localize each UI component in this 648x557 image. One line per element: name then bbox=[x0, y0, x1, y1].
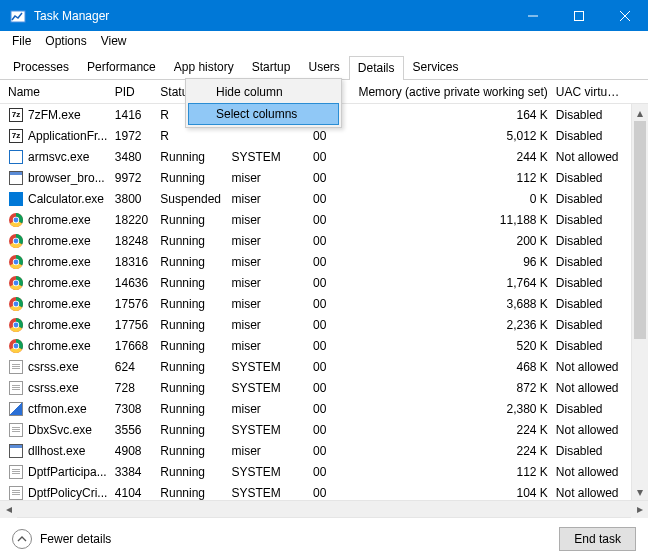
menu-file[interactable]: File bbox=[6, 33, 37, 51]
tab-processes[interactable]: Processes bbox=[4, 55, 78, 79]
process-icon bbox=[8, 359, 24, 375]
process-pid: 18248 bbox=[115, 234, 161, 248]
tab-details[interactable]: Details bbox=[349, 56, 404, 80]
process-status: Running bbox=[160, 465, 231, 479]
process-status: R bbox=[160, 129, 231, 143]
process-cpu: 00 bbox=[299, 297, 335, 311]
close-button[interactable] bbox=[602, 0, 648, 31]
process-cpu: 00 bbox=[299, 360, 335, 374]
process-uac: Disabled bbox=[556, 402, 631, 416]
process-user: miser bbox=[232, 318, 299, 332]
process-uac: Disabled bbox=[556, 276, 631, 290]
process-icon: 7z bbox=[8, 107, 24, 123]
process-user: SYSTEM bbox=[232, 150, 299, 164]
table-row[interactable]: DptfPolicyCri...4104RunningSYSTEM00104 K… bbox=[0, 482, 631, 500]
process-status: Running bbox=[160, 234, 231, 248]
process-pid: 1972 bbox=[115, 129, 161, 143]
svg-rect-0 bbox=[11, 11, 25, 22]
process-list[interactable]: 7z7zFM.exe1416R00164 KDisabled7zApplicat… bbox=[0, 104, 648, 500]
scroll-left-button[interactable]: ◂ bbox=[0, 501, 17, 518]
table-row[interactable]: chrome.exe17756Runningmiser002,236 KDisa… bbox=[0, 314, 631, 335]
tab-app-history[interactable]: App history bbox=[165, 55, 243, 79]
process-pid: 728 bbox=[115, 381, 161, 395]
process-uac: Not allowed bbox=[556, 150, 631, 164]
process-icon bbox=[8, 464, 24, 480]
tab-services[interactable]: Services bbox=[404, 55, 468, 79]
table-row[interactable]: chrome.exe17576Runningmiser003,688 KDisa… bbox=[0, 293, 631, 314]
end-task-button[interactable]: End task bbox=[559, 527, 636, 551]
menu-hide-column[interactable]: Hide column bbox=[188, 81, 339, 103]
fewer-details-toggle[interactable]: Fewer details bbox=[12, 529, 111, 549]
process-user: miser bbox=[232, 402, 299, 416]
process-icon bbox=[8, 401, 24, 417]
process-cpu: 00 bbox=[299, 276, 335, 290]
process-memory: 200 K bbox=[334, 234, 555, 248]
maximize-button[interactable] bbox=[556, 0, 602, 31]
table-row[interactable]: DbxSvc.exe3556RunningSYSTEM00224 KNot al… bbox=[0, 419, 631, 440]
process-icon bbox=[8, 485, 24, 501]
titlebar[interactable]: Task Manager bbox=[0, 0, 648, 31]
table-row[interactable]: chrome.exe17668Runningmiser00520 KDisabl… bbox=[0, 335, 631, 356]
process-memory: 520 K bbox=[334, 339, 555, 353]
tab-performance[interactable]: Performance bbox=[78, 55, 165, 79]
process-user: SYSTEM bbox=[232, 423, 299, 437]
header-memory[interactable]: Memory (active private working set) bbox=[334, 85, 555, 99]
process-pid: 1416 bbox=[115, 108, 161, 122]
process-user: miser bbox=[232, 192, 299, 206]
table-row[interactable]: 7zApplicationFr...1972R005,012 KDisabled bbox=[0, 125, 631, 146]
table-row[interactable]: armsvc.exe3480RunningSYSTEM00244 KNot al… bbox=[0, 146, 631, 167]
table-row[interactable]: DptfParticipa...3384RunningSYSTEM00112 K… bbox=[0, 461, 631, 482]
tab-users[interactable]: Users bbox=[299, 55, 348, 79]
horizontal-scrollbar[interactable]: ◂ ▸ bbox=[0, 500, 648, 517]
process-name: DbxSvc.exe bbox=[28, 423, 92, 437]
menu-select-columns[interactable]: Select columns bbox=[188, 103, 339, 125]
process-status: Running bbox=[160, 255, 231, 269]
scroll-down-button[interactable]: ▾ bbox=[632, 483, 648, 500]
table-row[interactable]: csrss.exe624RunningSYSTEM00468 KNot allo… bbox=[0, 356, 631, 377]
process-cpu: 00 bbox=[299, 444, 335, 458]
table-row[interactable]: chrome.exe18248Runningmiser00200 KDisabl… bbox=[0, 230, 631, 251]
scroll-thumb[interactable] bbox=[634, 121, 646, 339]
svg-point-23 bbox=[14, 322, 19, 327]
process-memory: 224 K bbox=[334, 423, 555, 437]
window-title: Task Manager bbox=[34, 9, 109, 23]
process-user: miser bbox=[232, 339, 299, 353]
process-status: Running bbox=[160, 150, 231, 164]
table-row[interactable]: Calculator.exe3800Suspendedmiser000 KDis… bbox=[0, 188, 631, 209]
header-pid[interactable]: PID bbox=[115, 85, 161, 99]
process-icon: 7z bbox=[8, 128, 24, 144]
scroll-right-button[interactable]: ▸ bbox=[631, 501, 648, 518]
process-name: ApplicationFr... bbox=[28, 129, 107, 143]
process-user: miser bbox=[232, 255, 299, 269]
process-memory: 872 K bbox=[334, 381, 555, 395]
minimize-button[interactable] bbox=[510, 0, 556, 31]
vertical-scrollbar[interactable]: ▴ ▾ bbox=[631, 104, 648, 500]
process-pid: 3480 bbox=[115, 150, 161, 164]
menu-view[interactable]: View bbox=[95, 33, 133, 51]
tab-startup[interactable]: Startup bbox=[243, 55, 300, 79]
table-row[interactable]: chrome.exe14636Runningmiser001,764 KDisa… bbox=[0, 272, 631, 293]
process-memory: 96 K bbox=[334, 255, 555, 269]
scroll-up-button[interactable]: ▴ bbox=[632, 104, 648, 121]
process-cpu: 00 bbox=[299, 423, 335, 437]
header-uac[interactable]: UAC virtualization bbox=[556, 85, 631, 99]
header-name[interactable]: Name bbox=[8, 85, 115, 99]
process-name: browser_bro... bbox=[28, 171, 105, 185]
process-status: Running bbox=[160, 381, 231, 395]
process-icon bbox=[8, 170, 24, 186]
table-row[interactable]: csrss.exe728RunningSYSTEM00872 KNot allo… bbox=[0, 377, 631, 398]
table-row[interactable]: dllhost.exe4908Runningmiser00224 KDisabl… bbox=[0, 440, 631, 461]
table-row[interactable]: browser_bro...9972Runningmiser00112 KDis… bbox=[0, 167, 631, 188]
process-status: Running bbox=[160, 276, 231, 290]
table-row[interactable]: ctfmon.exe7308Runningmiser002,380 KDisab… bbox=[0, 398, 631, 419]
process-status: Running bbox=[160, 318, 231, 332]
scroll-track[interactable] bbox=[632, 339, 648, 483]
process-name: armsvc.exe bbox=[28, 150, 89, 164]
process-memory: 2,236 K bbox=[334, 318, 555, 332]
menu-options[interactable]: Options bbox=[39, 33, 92, 51]
table-row[interactable]: chrome.exe18220Runningmiser0011,188 KDis… bbox=[0, 209, 631, 230]
process-pid: 14636 bbox=[115, 276, 161, 290]
process-name: chrome.exe bbox=[28, 213, 91, 227]
table-row[interactable]: chrome.exe18316Runningmiser0096 KDisable… bbox=[0, 251, 631, 272]
process-name: chrome.exe bbox=[28, 255, 91, 269]
